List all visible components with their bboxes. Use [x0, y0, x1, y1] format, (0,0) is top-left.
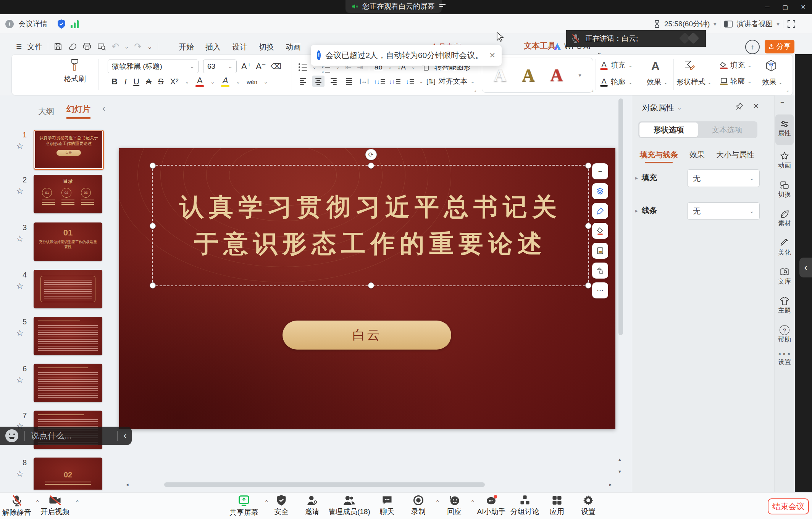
panel-collapse-tab[interactable]: ‹ [799, 258, 812, 277]
chat-quick-bar[interactable]: 说点什么... ‹ [0, 427, 132, 445]
scroll-left-icon[interactable]: ◂ [126, 482, 129, 487]
text-effect-dropdown-icon[interactable]: ⌄ [663, 79, 668, 85]
emoji-icon[interactable] [5, 429, 18, 442]
shape-fill-button[interactable]: 填充 [730, 60, 745, 70]
slide-thumbnail-6[interactable] [34, 364, 102, 402]
tab-animation[interactable]: 动画 [286, 42, 301, 52]
font-name-select[interactable]: 微软雅黑 (标题) ⌄ [108, 60, 199, 73]
rail-item-assets[interactable]: 素材 [774, 209, 795, 228]
record-button[interactable]: 录制 [411, 495, 426, 517]
swap-shape-button[interactable] [592, 263, 608, 279]
resize-handle-e[interactable] [585, 223, 591, 229]
rail-minimize-icon[interactable]: − [780, 98, 785, 106]
font-color-dropdown-icon[interactable]: ⌄ [210, 79, 215, 85]
subtab-effect[interactable]: 效果 [689, 150, 705, 160]
share-options-icon[interactable]: ⌃ [264, 499, 269, 506]
properties-close-icon[interactable]: ✕ [753, 102, 759, 111]
shape-style-button[interactable]: 形状样式 [676, 77, 705, 87]
banner-menu-icon[interactable] [439, 3, 446, 10]
rail-item-beautify[interactable]: 美化 [774, 238, 795, 257]
tab-insert[interactable]: 插入 [205, 42, 221, 52]
bold-button[interactable]: B [111, 77, 118, 86]
collapse-toolbar-button[interactable]: − [592, 163, 608, 179]
shape-style-dropdown-icon[interactable]: ⌄ [707, 79, 712, 85]
align-center-button[interactable] [312, 76, 324, 87]
fullscreen-icon[interactable] [787, 20, 796, 28]
rotate-handle[interactable]: ⟳ [365, 149, 377, 160]
tab-slides[interactable]: 幻灯片 [66, 104, 90, 119]
unmute-button[interactable]: 解除静音 [2, 495, 31, 517]
slide-thumbnail-4[interactable] [34, 270, 102, 308]
strikethrough-button[interactable]: S [158, 77, 164, 86]
slide-star-icon[interactable]: ☆ [16, 141, 24, 151]
phonetic-guide-button[interactable]: wén [247, 79, 257, 85]
end-meeting-button[interactable]: 结束会议 [768, 498, 809, 514]
video-options-icon[interactable]: ⌃ [75, 499, 80, 506]
slide-thumbnail-5[interactable] [34, 317, 102, 355]
highlight-dropdown-icon[interactable]: ⌄ [236, 79, 240, 85]
layer-order-button[interactable] [592, 183, 608, 199]
info-icon[interactable]: i [5, 20, 14, 28]
slide-thumbnail-8[interactable]: 02 [34, 458, 102, 490]
decrease-spacing-button[interactable]: ↓↑ [389, 76, 401, 87]
pin-icon[interactable] [735, 102, 744, 111]
superscript-dropdown-icon[interactable]: ⌄ [185, 79, 189, 85]
rail-item-theme[interactable]: 主题 [774, 296, 795, 315]
title-textbox[interactable]: 认真学习贯彻习近平总书记关 于意识形态工作的重要论述 ⟳ [152, 165, 589, 286]
justify-button[interactable] [343, 76, 355, 87]
hamburger-icon[interactable]: ☰ [16, 43, 22, 51]
text-outline-dropdown-icon[interactable]: ⌄ [628, 79, 633, 85]
align-left-button[interactable] [297, 76, 309, 87]
tab-design[interactable]: 设计 [232, 42, 247, 52]
vertical-scrollbar[interactable] [618, 98, 623, 335]
char-border-button[interactable]: A [146, 77, 152, 86]
rail-item-animation[interactable]: 动画 [774, 151, 795, 170]
wordart-more-icon[interactable]: ▾ [579, 72, 581, 78]
placeholder-style-button[interactable] [592, 243, 608, 259]
view-dropdown-icon[interactable]: ▾ [776, 21, 779, 27]
horizontal-scrollbar[interactable] [164, 482, 485, 487]
redo-icon[interactable]: ↷ [134, 41, 142, 52]
resize-handle-s[interactable] [368, 282, 374, 289]
tab-text-tool[interactable]: 文本工具 [524, 40, 556, 56]
distribute-button[interactable]: |↔| [358, 76, 370, 87]
superscript-button[interactable]: X² [170, 77, 178, 86]
subtab-fill-line[interactable]: 填充与线条 [640, 150, 678, 160]
cloud-upload-icon[interactable]: ↑ [745, 40, 760, 54]
reactions-options-icon[interactable]: ⌃ [470, 499, 475, 506]
resize-handle-n[interactable] [368, 163, 374, 169]
print-icon[interactable] [82, 42, 92, 51]
chat-collapse-icon[interactable]: ‹ [124, 431, 126, 441]
share-screen-button[interactable]: 共享屏幕 [229, 495, 258, 517]
presenter-pill[interactable]: 白云 [283, 321, 451, 350]
clear-format-button[interactable]: ⌫ [271, 63, 281, 70]
tab-transition[interactable]: 切换 [259, 42, 274, 52]
tab-text-options[interactable]: 文本选项 [698, 122, 756, 137]
manage-members-button[interactable]: 管理成员(18) [328, 495, 370, 517]
fill-expand-icon[interactable]: ▸ [635, 175, 638, 181]
toast-close-icon[interactable]: ✕ [489, 51, 496, 60]
phonetic-dropdown-icon[interactable]: ⌄ [264, 79, 268, 85]
slide-star-icon[interactable]: ☆ [16, 281, 24, 291]
slide-star-icon[interactable]: ☆ [16, 234, 24, 244]
window-close-button[interactable]: ✕ [797, 2, 810, 12]
font-color-button[interactable]: A [195, 76, 204, 87]
slide-thumbnail-3[interactable]: 01 充分认识做好意识形态工作的极端重要性 [34, 222, 102, 261]
text-outline-button[interactable]: 轮廓 [611, 77, 625, 87]
tab-shape-options[interactable]: 形状选项 [639, 122, 698, 137]
line-select[interactable]: 无 ⌄ [687, 202, 760, 220]
bullet-list-icon[interactable] [299, 63, 307, 71]
brush-tool-button[interactable] [592, 203, 608, 219]
underline-button[interactable]: U [133, 77, 139, 86]
ai-assistant-button[interactable]: AI小助手 [477, 495, 506, 517]
breakout-rooms-button[interactable]: 分组讨论 [510, 495, 539, 517]
settings-button[interactable]: 设置 [581, 495, 596, 517]
undo-dropdown-icon[interactable]: ⌄ [124, 44, 129, 50]
window-minimize-button[interactable]: ─ [761, 2, 774, 12]
share-button[interactable]: 分享 [765, 40, 794, 53]
slide-thumbnail-2[interactable]: 目录 01 02 03 [34, 175, 102, 213]
rail-item-properties[interactable]: 属性 [774, 119, 795, 138]
rail-item-library[interactable]: 文库 [774, 267, 795, 286]
more-tools-button[interactable]: ⋯ [592, 282, 608, 298]
record-options-icon[interactable]: ⌃ [435, 499, 440, 506]
